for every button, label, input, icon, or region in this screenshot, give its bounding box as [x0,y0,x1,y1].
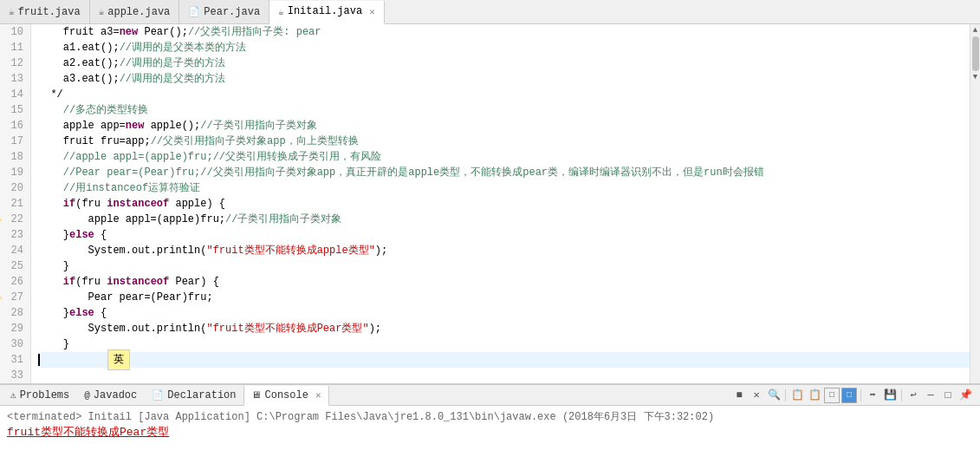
line-num-24: 24 [7,243,23,258]
toolbar-btn-back[interactable]: ↩ [905,388,921,403]
code-line-13: a3.eat();//调用的是父类的方法 [38,71,970,87]
line-num-28: 28 [7,305,23,321]
code-line-26: if(fru instanceof Pear) { [38,274,970,290]
code-line-16: apple app=new apple();//子类引用指向子类对象 [38,118,970,134]
tab-initail-icon: ☕ [278,6,284,17]
toolbar-btn-save[interactable]: 💾 [882,388,898,403]
toolbar-btn-close[interactable]: ✕ [749,388,764,403]
tab-initail[interactable]: ☕ Initail.java ✕ [269,1,385,24]
scroll-down-arrow[interactable]: ▼ [971,73,980,82]
console-content: <terminated> Initail [Java Application] … [0,406,980,470]
tab-javadoc-label: Javadoc [94,389,137,401]
tab-fruit-icon: ☕ [9,6,15,17]
line-num-16: 16 [7,118,23,134]
code-area[interactable]: fruit a3=new Pear();//父类引用指向子类: pear a1.… [31,24,970,383]
code-line-25: } [38,258,970,274]
scrollbar-thumb[interactable] [972,36,979,71]
tab-fruit[interactable]: ☕ fruit.java [0,0,90,23]
line-num-13: 13 [7,71,23,87]
bottom-toolbar: ■ ✕ 🔍 📋 📋 □ □ ➡ 💾 ↩ — □ 📌 [731,388,977,403]
cursor [38,354,40,366]
toolbar-btn-copy1[interactable]: 📋 [789,388,805,403]
tab-problems-label: Problems [20,389,70,401]
tab-problems-icon: ⚠ [10,389,16,401]
line-num-27: ⚠27 [7,290,23,305]
tab-bar: ☕ fruit.java ☕ apple.java 📄 Pear.java ☕ … [0,0,980,24]
line-num-15: 15 [7,102,23,118]
line-num-22: ⚠22 [7,212,23,227]
toolbar-btn-minimize[interactable]: — [923,388,938,403]
toolbar-separator-3 [901,389,902,401]
code-scroll[interactable]: fruit a3=new Pear();//父类引用指向子类: pear a1.… [38,24,970,383]
code-line-18: //apple appl=(apple)fru;//父类引用转换成子类引用，有风… [38,149,970,165]
editor-container: 10 11 12 13 14 15 16 17 18 19 20 21 ⚠22 … [0,24,980,383]
line-num-18: 18 [7,149,23,165]
line-num-21: 21 [7,196,23,212]
tab-fruit-label: fruit.java [18,6,81,18]
toolbar-btn-copy2[interactable]: 📋 [807,388,822,403]
line-num-26: 26 [7,274,23,290]
tab-console-icon: 🖥 [251,389,261,401]
code-line-31: 英 [38,352,970,368]
code-line-21: if(fru instanceof apple) { [38,196,970,212]
bottom-tab-bar: ⚠ Problems @ Javadoc 📄 Declaration 🖥 Con… [0,385,980,406]
tab-declaration-label: Declaration [167,389,236,401]
tab-javadoc-icon: @ [84,390,90,401]
tab-pear-icon: 📄 [188,6,200,17]
tab-pear[interactable]: 📄 Pear.java [179,0,269,23]
line-num-25: 25 [7,258,23,274]
tab-console-close[interactable]: ✕ [315,389,321,401]
tab-pear-label: Pear.java [204,6,260,18]
line-num-30: 30 [7,336,23,352]
line-num-17: 17 [7,134,23,149]
scroll-up-arrow[interactable]: ▲ [971,26,980,35]
console-terminated: <terminated> Initail [Java Application] … [7,409,973,424]
warn-icon-27: ⚠ [0,290,2,305]
code-line-30: } [38,336,970,352]
code-line-12: a2.eat();//调用的是子类的方法 [38,55,970,71]
code-line-22: apple appl=(apple)fru;//子类引用指向子类对象 [38,212,970,227]
toolbar-btn-search[interactable]: 🔍 [766,388,782,403]
line-num-14: 14 [7,87,23,102]
line-num-19: 19 [7,165,23,180]
code-line-15: //多态的类型转换 [38,102,970,118]
tab-console-label: Console [264,389,308,401]
code-line-10: fruit a3=new Pear();//父类引用指向子类: pear [38,24,970,40]
tab-initail-close[interactable]: ✕ [369,6,375,17]
toolbar-btn-maximize[interactable]: □ [940,388,956,403]
toolbar-btn-box1[interactable]: □ [824,388,840,403]
toolbar-btn-stop[interactable]: ■ [731,388,747,403]
toolbar-btn-box2[interactable]: □ [841,388,857,403]
code-line-17: fruit fru=app;//父类引用指向子类对象app，向上类型转换 [38,134,970,149]
code-line-33 [38,368,970,383]
warning-badge: 英 [107,349,130,370]
console-output: fruit类型不能转换成Pear类型 [7,424,973,440]
line-num-29: 29 [7,321,23,336]
code-line-28: }else { [38,305,970,321]
tab-javadoc[interactable]: @ Javadoc [77,385,145,405]
code-line-23: }else { [38,227,970,243]
toolbar-btn-arrow[interactable]: ➡ [865,388,880,403]
line-num-10: 10 [7,24,23,40]
tab-problems[interactable]: ⚠ Problems [3,385,77,405]
tab-declaration-icon: 📄 [152,389,164,401]
tab-apple-label: apple.java [107,6,170,18]
toolbar-separator-2 [860,389,861,401]
tab-console[interactable]: 🖥 Console ✕ [243,386,328,406]
line-num-20: 20 [7,180,23,196]
line-num-23: 23 [7,227,23,243]
code-line-19: //Pear pear=(Pear)fru;//父类引用指向子类对象app，真正… [38,165,970,180]
tab-initail-label: Initail.java [288,5,362,17]
tab-declaration[interactable]: 📄 Declaration [145,385,243,405]
bottom-panel: ⚠ Problems @ Javadoc 📄 Declaration 🖥 Con… [0,383,980,470]
code-line-27: Pear pear=(Pear)fru; [38,290,970,305]
code-line-24: System.out.println("fruit类型不能转换成apple类型"… [38,243,970,258]
code-line-20: //用instanceof运算符验证 [38,180,970,196]
editor-scrollbar: ▲ ▼ [970,24,980,383]
toolbar-btn-pin[interactable]: 📌 [957,388,973,403]
toolbar-separator-1 [785,389,786,401]
line-num-11: 11 [7,40,23,55]
code-line-11: a1.eat();//调用的是父类本类的方法 [38,40,970,55]
tab-apple[interactable]: ☕ apple.java [90,0,180,23]
line-num-31: 31 [7,352,23,368]
